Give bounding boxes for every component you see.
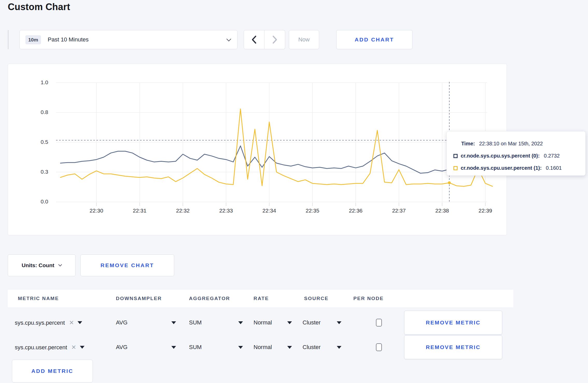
tooltip-sys-value: 0.2732 (544, 153, 560, 159)
x-axis-label: 22:39 (471, 208, 500, 214)
x-axis-label: 22:33 (212, 208, 240, 214)
remove-chart-button[interactable]: REMOVE CHART (80, 254, 174, 276)
caret-down-icon (171, 321, 176, 324)
caret-down-icon (238, 346, 243, 349)
col-header-per-node: PER NODE (353, 296, 384, 301)
source-value: Cluster (303, 344, 321, 351)
y-axis-label: 0.5 (27, 139, 48, 145)
chevron-down-icon (58, 263, 62, 266)
chart-card: 0.00.30.50.81.022:3022:3122:3222:3322:34… (8, 64, 507, 235)
rate-dropdown[interactable]: Normal (254, 344, 292, 351)
aggregator-dropdown[interactable]: SUM (189, 319, 243, 326)
units-label: Units: Count (22, 262, 54, 268)
caret-down-icon (238, 321, 243, 324)
x-axis-label: 22:36 (341, 208, 370, 214)
caret-down-icon (337, 346, 341, 349)
source-dropdown[interactable]: Cluster (303, 344, 341, 351)
tooltip-time-row: Time: 22:38:10 on Mar 15th, 2022 (447, 138, 585, 150)
downsampler-value: AVG (116, 319, 128, 326)
y-axis-label: 1.0 (27, 79, 48, 86)
per-node-checkbox[interactable] (376, 319, 382, 327)
caret-down-icon (171, 346, 176, 349)
col-header-source: SOURCE (304, 296, 329, 301)
remove-metric-button[interactable]: REMOVE METRIC (404, 335, 502, 359)
time-nav-group (244, 30, 285, 49)
sys-series-swatch-icon (453, 154, 458, 158)
col-header-rate: RATE (254, 296, 269, 301)
x-axis-label: 22:30 (82, 208, 111, 214)
rate-value: Normal (254, 344, 272, 351)
tooltip-sys-label: cr.node.sys.cpu.sys.percent (0): (461, 153, 540, 159)
col-header-aggregator: AGGREGATOR (189, 296, 230, 301)
user-series-swatch-icon (453, 166, 458, 170)
aggregator-dropdown[interactable]: SUM (189, 344, 243, 351)
source-value: Cluster (303, 319, 321, 326)
metric-name-dropdown[interactable]: sys.cpu.sys.percent ✕ (15, 319, 82, 326)
remove-metric-button[interactable]: REMOVE METRIC (404, 311, 502, 335)
tooltip-user-label: cr.node.sys.cpu.user.percent (1): (461, 165, 542, 171)
metric-name-value: sys.cpu.user.percent (15, 344, 67, 351)
caret-down-icon (287, 346, 292, 349)
metric-row: sys.cpu.user.percent ✕ AVG SUM Normal Cl… (8, 335, 513, 359)
add-chart-button[interactable]: ADD CHART (336, 30, 412, 49)
caret-down-icon (287, 321, 292, 324)
per-node-checkbox[interactable] (376, 343, 382, 351)
prev-time-button[interactable] (244, 30, 264, 49)
caret-down-icon (337, 321, 341, 324)
col-header-metric-name: METRIC NAME (18, 296, 59, 301)
x-axis-label: 22:34 (255, 208, 284, 214)
x-axis-label: 22:32 (169, 208, 197, 214)
add-metric-button[interactable]: ADD METRIC (12, 360, 93, 382)
time-range-select[interactable]: 10m Past 10 Minutes (19, 30, 237, 49)
metrics-table-header: METRIC NAME DOWNSAMPLER AGGREGATOR RATE … (8, 290, 513, 307)
caret-down-icon (80, 346, 85, 349)
caret-down-icon (78, 321, 82, 324)
y-axis-label: 0.8 (27, 109, 48, 115)
chevron-right-icon (272, 35, 278, 44)
time-range-label: Past 10 Minutes (48, 36, 89, 43)
downsampler-dropdown[interactable]: AVG (116, 344, 176, 351)
toolbar-divider (8, 30, 9, 49)
now-button[interactable]: Now (289, 30, 319, 49)
metric-name-value: sys.cpu.sys.percent (15, 319, 65, 326)
chevron-down-icon (226, 37, 231, 41)
remove-metric-x-icon[interactable]: ✕ (71, 344, 76, 351)
metric-name-dropdown[interactable]: sys.cpu.user.percent ✕ (15, 344, 85, 351)
aggregator-value: SUM (189, 319, 202, 326)
x-axis-label: 22:37 (385, 208, 413, 214)
downsampler-value: AVG (116, 344, 128, 351)
aggregator-value: SUM (189, 344, 202, 351)
time-range-badge: 10m (25, 35, 41, 44)
source-dropdown[interactable]: Cluster (303, 319, 341, 326)
rate-dropdown[interactable]: Normal (254, 319, 292, 326)
chart-tooltip: Time: 22:38:10 on Mar 15th, 2022 cr.node… (446, 131, 586, 176)
page-title: Custom Chart (8, 2, 70, 12)
tooltip-series-row: cr.node.sys.cpu.sys.percent (0): 0.2732 (447, 150, 585, 162)
x-axis-label: 22:31 (125, 208, 154, 214)
x-axis-label: 22:35 (298, 208, 327, 214)
y-axis-label: 0.0 (27, 198, 48, 205)
y-axis-label: 0.3 (27, 169, 48, 175)
tooltip-time-value: 22:38:10 on Mar 15th, 2022 (479, 141, 543, 147)
units-select[interactable]: Units: Count (8, 254, 75, 276)
downsampler-dropdown[interactable]: AVG (116, 319, 176, 326)
tooltip-time-label: Time: (461, 141, 475, 147)
x-axis-label: 22:38 (428, 208, 456, 214)
tooltip-series-row: cr.node.sys.cpu.user.percent (1): 0.1601 (447, 162, 585, 174)
metric-row: sys.cpu.sys.percent ✕ AVG SUM Normal Clu… (8, 311, 513, 335)
chevron-left-icon (251, 35, 257, 44)
col-header-downsampler: DOWNSAMPLER (116, 296, 162, 301)
next-time-button[interactable] (264, 30, 285, 49)
remove-metric-x-icon[interactable]: ✕ (69, 319, 74, 326)
tooltip-user-value: 0.1601 (546, 165, 562, 171)
rate-value: Normal (254, 319, 272, 326)
